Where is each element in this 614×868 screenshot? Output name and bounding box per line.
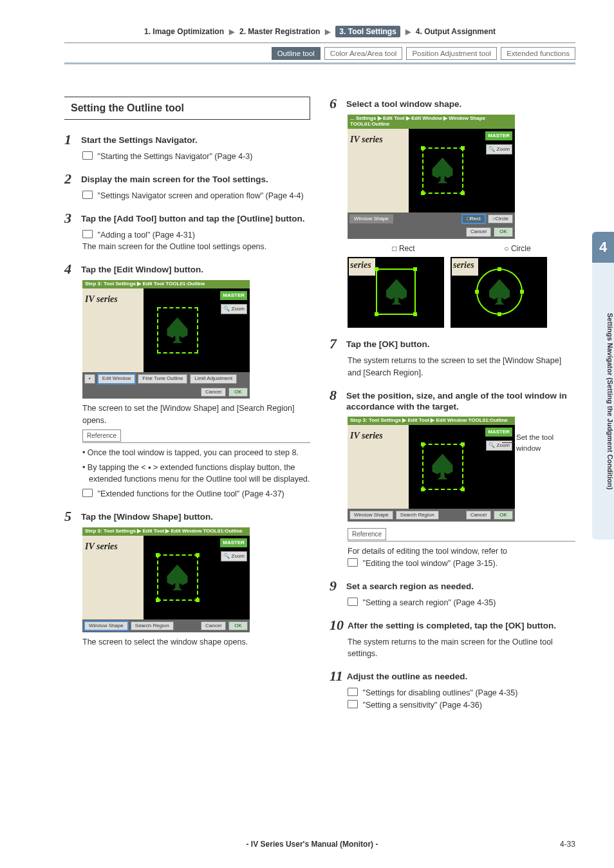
book-icon xyxy=(82,231,95,240)
window-shape-label: Window Shape xyxy=(349,214,393,224)
cancel-button[interactable]: Cancel xyxy=(201,621,226,631)
ok-button[interactable]: OK xyxy=(494,227,513,237)
step-8-num: 8 xyxy=(330,388,342,402)
circle-option[interactable]: ○Circle xyxy=(488,214,513,224)
master-badge: MASTER xyxy=(485,131,512,140)
search-region-button[interactable]: Search Region xyxy=(396,511,439,520)
subnav: Outline tool Color Area/Area tool Positi… xyxy=(64,47,575,60)
subnav-color-area[interactable]: Color Area/Area tool xyxy=(324,47,403,60)
subnav-extended-fn[interactable]: Extended functions xyxy=(501,47,575,60)
cancel-button[interactable]: Cancel xyxy=(201,388,226,397)
book-icon xyxy=(348,559,360,568)
book-icon xyxy=(348,598,360,607)
master-badge: MASTER xyxy=(220,538,247,547)
screenshot-set-tool-window: Step 3: Tool Settings ▶ Edit Tool ▶ Edit… xyxy=(348,417,575,522)
iv-series-label: IV series xyxy=(348,425,409,446)
step-3-title: Tap the [Add Tool] button and tap the [O… xyxy=(81,211,304,225)
step-5-after: The screen to select the window shape op… xyxy=(82,636,310,648)
book-icon xyxy=(82,152,95,161)
step-4-after: The screen to set the [Window Shape] and… xyxy=(82,402,310,427)
step-7-desc: The system returns to the screen to set … xyxy=(348,356,561,377)
step-2-ref: "Settings Navigator screen and operation… xyxy=(97,191,303,200)
step-9-num: 9 xyxy=(330,579,342,593)
zoom-button[interactable]: 🔍 Zoom xyxy=(221,551,247,561)
step-5-title: Tap the [Window Shape] button. xyxy=(81,509,213,523)
ss5-topbar: Step 3: Tool Settings ▶ Edit Tool ▶ Edit… xyxy=(82,527,250,536)
rect-option[interactable]: □Rect xyxy=(462,214,485,224)
step-7-num: 7 xyxy=(330,337,342,351)
step-10-desc: The system returns to the main screen fo… xyxy=(348,637,553,659)
bc-tool-settings: 3. Tool Settings xyxy=(335,26,400,37)
limit-adj-button[interactable]: Limit Adjustment xyxy=(190,374,237,384)
step-3-desc: The main screen for the Outline tool set… xyxy=(82,242,266,251)
ss4-topbar: Step 3: Tool Settings ▶ Edit Tool TOOL01… xyxy=(82,280,250,288)
bc-arrow-icon: ▶ xyxy=(325,28,330,36)
step-10-num: 10 xyxy=(330,618,344,632)
book-icon xyxy=(82,191,95,200)
step-3-ref: "Adding a tool" (Page 4-31) xyxy=(97,231,194,240)
step-6-num: 6 xyxy=(330,97,342,111)
rect-shape-label: □ Rect xyxy=(392,243,414,254)
footer-center: - IV Series User's Manual (Monitor) - xyxy=(247,840,378,849)
step-3-num: 3 xyxy=(64,211,77,225)
edit-window-button[interactable]: Edit Window xyxy=(98,374,135,384)
fine-tune-button[interactable]: Fine Tune Outline xyxy=(138,374,187,384)
step-7-title: Tap the [OK] button. xyxy=(346,337,429,350)
search-region-button[interactable]: Search Region xyxy=(131,621,174,631)
step-4-title: Tap the [Edit Window] button. xyxy=(81,262,203,276)
ok-button[interactable]: OK xyxy=(228,621,248,631)
ext-fn-button[interactable]: ▪ xyxy=(84,374,95,384)
master-badge: MASTER xyxy=(485,428,512,437)
book-icon xyxy=(82,489,95,498)
step-4-bullet-1: • Once the tool window is tapped, you ca… xyxy=(82,447,310,459)
screenshot-edit-window: Step 3: Tool Settings ▶ Edit Tool ▶ Edit… xyxy=(82,527,310,633)
spade-icon xyxy=(430,158,456,184)
spade-icon xyxy=(165,565,191,590)
step-8-ref: "Editing the tool window" (Page 3-15). xyxy=(362,559,498,568)
step-11-ref2: "Setting a sensitivity" (Page 4-36) xyxy=(362,701,481,710)
zoom-button[interactable]: 🔍 Zoom xyxy=(486,144,512,155)
step-11-ref1: "Settings for disabling outlines" (Page … xyxy=(362,688,517,697)
bc-output-assign: 4. Output Assignment xyxy=(416,27,496,36)
master-badge: MASTER xyxy=(220,291,247,300)
set-tool-window-annotation: Set the tool window xyxy=(516,432,568,455)
book-icon xyxy=(348,701,360,710)
series-fragment: series xyxy=(349,258,375,276)
step-11-num: 11 xyxy=(330,669,343,683)
window-shape-button[interactable]: Window Shape xyxy=(84,621,128,631)
screenshot-window-shape: ... Settings ▶ Edit Tool ▶ Edit Window ▶… xyxy=(348,115,575,239)
subnav-outline-tool[interactable]: Outline tool xyxy=(272,47,321,60)
bc-master-reg: 2. Master Registration xyxy=(239,27,320,36)
bc-image-opt: 1. Image Optimization xyxy=(144,27,224,36)
chapter-title: Settings Navigator (Setting the Judgment… xyxy=(592,263,614,540)
step-1-num: 1 xyxy=(64,133,77,147)
iv-series-label: IV series xyxy=(82,536,144,557)
step-5-num: 5 xyxy=(64,509,77,524)
circle-shape-label: ○ Circle xyxy=(504,243,530,254)
step-6-title: Select a tool window shape. xyxy=(346,97,461,110)
step-9-ref: "Setting a search region" (Page 4-35) xyxy=(362,598,496,607)
step-10-title: After the setting is completed, tap the … xyxy=(348,618,556,632)
spade-icon xyxy=(430,454,456,480)
spade-icon xyxy=(165,317,191,343)
step-9-title: Set a search region as needed. xyxy=(346,579,474,592)
zoom-button[interactable]: 🔍 Zoom xyxy=(221,304,247,314)
circle-shape-preview: series xyxy=(451,257,547,328)
cancel-button[interactable]: Cancel xyxy=(466,511,491,520)
breadcrumb: 1. Image Optimization ▶ 2. Master Regist… xyxy=(64,26,575,37)
cancel-button[interactable]: Cancel xyxy=(466,227,491,237)
bc-arrow-icon: ▶ xyxy=(229,28,234,36)
book-icon xyxy=(348,688,360,697)
subnav-position-adj[interactable]: Position Adjustment tool xyxy=(406,47,497,60)
step-4-bullet-2: • By tapping the < ▪ > extended function… xyxy=(82,462,310,486)
ss8-topbar: Step 3: Tool Settings ▶ Edit Tool ▶ Edit… xyxy=(348,417,515,425)
bc-arrow-icon: ▶ xyxy=(405,28,411,36)
step-11-title: Adjust the outline as needed. xyxy=(347,669,468,683)
ok-button[interactable]: OK xyxy=(494,511,513,520)
window-shape-button[interactable]: Window Shape xyxy=(349,511,393,520)
reference-label: Reference xyxy=(348,528,386,540)
iv-series-label: IV series xyxy=(348,129,409,150)
section-heading: Setting the Outline tool xyxy=(64,97,310,120)
chapter-side-tab: 4 Settings Navigator (Setting the Judgme… xyxy=(592,232,614,540)
ok-button[interactable]: OK xyxy=(228,388,248,397)
